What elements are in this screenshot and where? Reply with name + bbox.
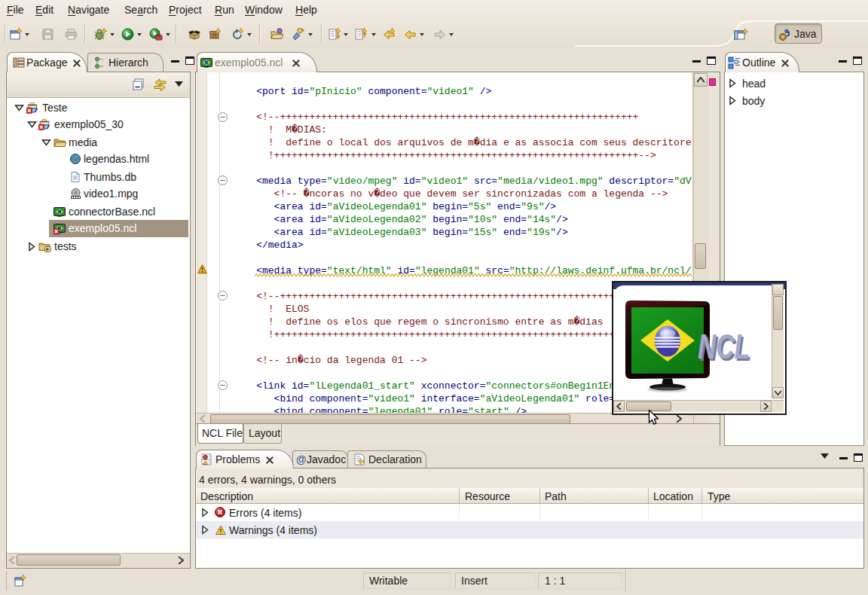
- svg-text:NCL E: NCL E: [698, 328, 772, 366]
